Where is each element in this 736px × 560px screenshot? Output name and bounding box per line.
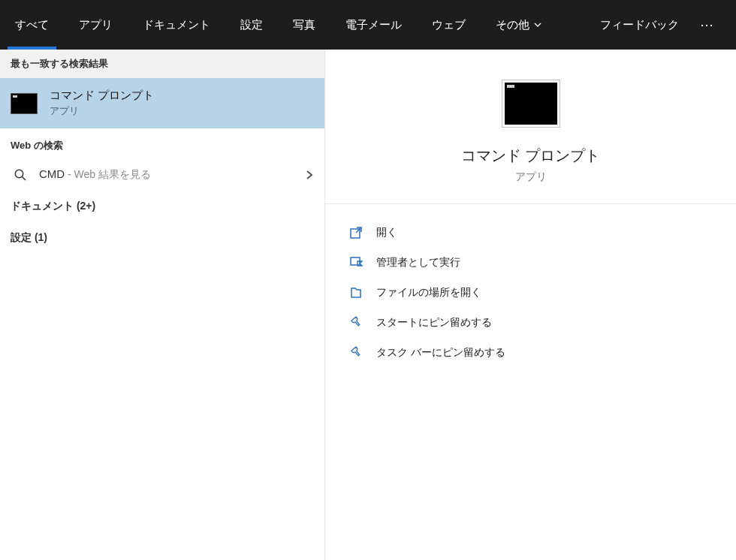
best-match-header: 最も一致する検索結果 bbox=[0, 50, 324, 78]
actions-list: 開く 管理者として実行 ファイルの場所を開く スタートにピン留めする bbox=[325, 204, 736, 381]
search-icon bbox=[14, 168, 27, 182]
preview-subtitle: アプリ bbox=[515, 170, 547, 184]
tab-more[interactable]: その他 bbox=[481, 0, 557, 50]
nav-tabs: すべて アプリ ドキュメント 設定 写真 電子メール ウェブ その他 bbox=[0, 0, 600, 50]
tab-email[interactable]: 電子メール bbox=[330, 0, 417, 50]
web-search-item[interactable]: CMD - Web 結果を見る bbox=[0, 158, 324, 191]
action-label: ファイルの場所を開く bbox=[376, 286, 481, 300]
preview-pane: コマンド プロンプト アプリ 開く 管理者として実行 ファイルの場所 bbox=[324, 50, 736, 560]
chevron-right-icon bbox=[305, 170, 314, 180]
web-search-secondary: - Web 結果を見る bbox=[65, 168, 151, 180]
action-open-location[interactable]: ファイルの場所を開く bbox=[346, 278, 715, 308]
tab-label: ドキュメント bbox=[143, 18, 210, 32]
preview-icon-frame bbox=[502, 80, 560, 128]
tab-label: 設定 bbox=[240, 18, 263, 32]
chevron-down-icon bbox=[534, 21, 541, 29]
pin-icon bbox=[349, 316, 363, 330]
category-documents[interactable]: ドキュメント (2+) bbox=[0, 191, 324, 222]
best-match-title: コマンド プロンプト bbox=[50, 89, 154, 103]
more-button[interactable]: ⋯ bbox=[700, 17, 715, 33]
action-label: タスク バーにピン留めする bbox=[376, 346, 505, 360]
shield-icon bbox=[349, 256, 363, 269]
best-match-labels: コマンド プロンプト アプリ bbox=[50, 89, 154, 118]
tab-label: ウェブ bbox=[432, 18, 466, 32]
best-match-item[interactable]: コマンド プロンプト アプリ bbox=[0, 78, 324, 128]
open-icon bbox=[349, 226, 363, 239]
tab-label: 電子メール bbox=[345, 18, 402, 32]
svg-line-1 bbox=[23, 176, 26, 180]
action-label: 管理者として実行 bbox=[376, 256, 460, 269]
web-search-header: Web の検索 bbox=[0, 128, 324, 158]
action-pin-start[interactable]: スタートにピン留めする bbox=[346, 308, 715, 338]
tab-all[interactable]: すべて bbox=[0, 0, 64, 50]
top-nav: すべて アプリ ドキュメント 設定 写真 電子メール ウェブ その他 フィードバ… bbox=[0, 0, 736, 50]
cmd-icon bbox=[505, 83, 557, 125]
feedback-link[interactable]: フィードバック bbox=[600, 18, 679, 32]
main-split: 最も一致する検索結果 コマンド プロンプト アプリ Web の検索 CMD - … bbox=[0, 50, 736, 560]
tab-documents[interactable]: ドキュメント bbox=[128, 0, 225, 50]
svg-point-0 bbox=[15, 170, 23, 177]
tab-label: その他 bbox=[496, 18, 529, 32]
tab-photos[interactable]: 写真 bbox=[278, 0, 330, 50]
tab-label: 写真 bbox=[293, 18, 315, 32]
action-run-admin[interactable]: 管理者として実行 bbox=[346, 248, 715, 278]
tab-label: アプリ bbox=[79, 18, 113, 32]
best-match-subtitle: アプリ bbox=[50, 104, 154, 118]
tab-label: すべて bbox=[15, 18, 49, 32]
action-pin-taskbar[interactable]: タスク バーにピン留めする bbox=[346, 338, 715, 368]
web-search-query: CMD bbox=[39, 167, 65, 180]
preview-title: コマンド プロンプト bbox=[461, 146, 601, 166]
results-pane: 最も一致する検索結果 コマンド プロンプト アプリ Web の検索 CMD - … bbox=[0, 50, 324, 560]
action-open[interactable]: 開く bbox=[346, 218, 715, 248]
folder-icon bbox=[349, 286, 363, 300]
category-settings[interactable]: 設定 (1) bbox=[0, 222, 324, 254]
action-label: 開く bbox=[376, 226, 397, 239]
cmd-icon bbox=[11, 93, 38, 114]
tab-settings[interactable]: 設定 bbox=[225, 0, 278, 50]
web-search-text: CMD - Web 結果を見る bbox=[39, 167, 293, 182]
top-right: フィードバック ⋯ bbox=[600, 17, 725, 33]
tab-web[interactable]: ウェブ bbox=[417, 0, 481, 50]
action-label: スタートにピン留めする bbox=[376, 316, 492, 330]
pin-icon bbox=[349, 346, 363, 360]
tab-apps[interactable]: アプリ bbox=[64, 0, 128, 50]
preview-header: コマンド プロンプト アプリ bbox=[325, 50, 736, 204]
